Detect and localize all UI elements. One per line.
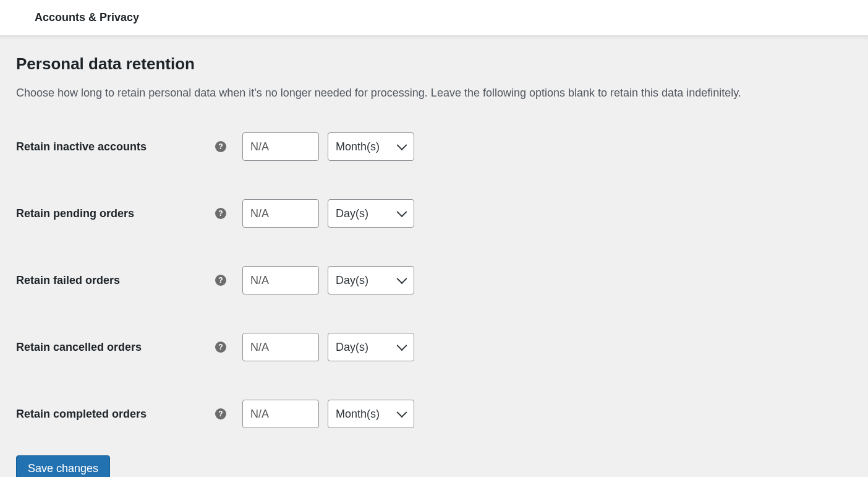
row-label: Retain pending orders — [16, 207, 215, 220]
help-icon[interactable]: ? — [215, 275, 226, 286]
section-description: Choose how long to retain personal data … — [16, 85, 852, 101]
row-label: Retain inactive accounts — [16, 140, 215, 153]
section-title: Personal data retention — [16, 54, 852, 74]
completed-orders-input[interactable] — [242, 400, 319, 428]
settings-panel: Personal data retention Choose how long … — [0, 36, 868, 477]
select-wrap: Day(s) Week(s) Month(s) Year(s) — [328, 400, 414, 428]
row-retain-cancelled-orders: Retain cancelled orders ? Day(s) Week(s)… — [16, 333, 852, 361]
row-label: Retain completed orders — [16, 408, 215, 421]
save-button[interactable]: Save changes — [16, 455, 110, 477]
row-retain-inactive-accounts: Retain inactive accounts ? Day(s) Week(s… — [16, 132, 852, 161]
failed-orders-unit-select[interactable]: Day(s) Week(s) Month(s) Year(s) — [328, 266, 414, 294]
failed-orders-input[interactable] — [242, 266, 319, 294]
inactive-accounts-input[interactable] — [242, 132, 319, 161]
help-icon[interactable]: ? — [215, 208, 226, 219]
row-retain-pending-orders: Retain pending orders ? Day(s) Week(s) M… — [16, 199, 852, 228]
select-wrap: Day(s) Week(s) Month(s) Year(s) — [328, 333, 414, 361]
cancelled-orders-input[interactable] — [242, 333, 319, 361]
pending-orders-input[interactable] — [242, 199, 319, 228]
help-icon[interactable]: ? — [215, 342, 226, 353]
select-wrap: Day(s) Week(s) Month(s) Year(s) — [328, 266, 414, 294]
inactive-accounts-unit-select[interactable]: Day(s) Week(s) Month(s) Year(s) — [328, 132, 414, 161]
tab-accounts-privacy[interactable]: Accounts & Privacy — [0, 0, 868, 36]
pending-orders-unit-select[interactable]: Day(s) Week(s) Month(s) Year(s) — [328, 199, 414, 228]
help-icon[interactable]: ? — [215, 408, 226, 419]
row-label: Retain failed orders — [16, 274, 215, 287]
row-retain-failed-orders: Retain failed orders ? Day(s) Week(s) Mo… — [16, 266, 852, 294]
select-wrap: Day(s) Week(s) Month(s) Year(s) — [328, 132, 414, 161]
row-retain-completed-orders: Retain completed orders ? Day(s) Week(s)… — [16, 400, 852, 428]
row-label: Retain cancelled orders — [16, 341, 215, 354]
select-wrap: Day(s) Week(s) Month(s) Year(s) — [328, 199, 414, 228]
tab-label: Accounts & Privacy — [35, 11, 139, 24]
cancelled-orders-unit-select[interactable]: Day(s) Week(s) Month(s) Year(s) — [328, 333, 414, 361]
completed-orders-unit-select[interactable]: Day(s) Week(s) Month(s) Year(s) — [328, 400, 414, 428]
help-icon[interactable]: ? — [215, 141, 226, 152]
